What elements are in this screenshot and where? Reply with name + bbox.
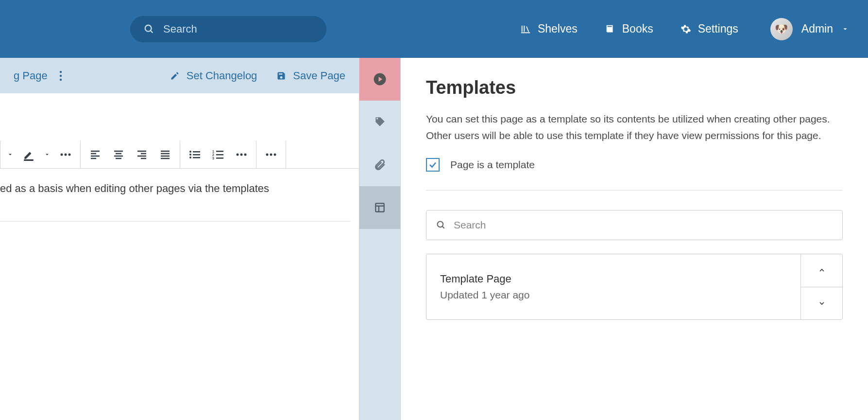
search-icon <box>144 24 154 35</box>
svg-rect-35 <box>193 157 200 158</box>
svg-text:3: 3 <box>212 157 214 160</box>
save-page-button[interactable]: Save Page <box>276 70 345 82</box>
page-is-template-checkbox[interactable] <box>426 158 440 172</box>
svg-point-32 <box>189 157 191 158</box>
highlight-dropdown[interactable] <box>40 140 54 168</box>
align-right-button[interactable] <box>130 140 153 168</box>
dropdown-arrow[interactable] <box>3 140 17 168</box>
panel-description: You can set this page as a template so i… <box>426 111 843 143</box>
templates-panel: Templates You can set this page as a tem… <box>401 58 868 420</box>
svg-point-7 <box>60 70 62 72</box>
nav-settings[interactable]: Settings <box>681 22 738 35</box>
more-list-button[interactable] <box>230 140 253 168</box>
chevron-up-icon <box>818 266 826 274</box>
more-vert-icon[interactable] <box>59 70 62 81</box>
side-tabs <box>359 58 401 420</box>
svg-rect-34 <box>193 154 200 156</box>
svg-point-31 <box>189 154 191 156</box>
side-tab-templates[interactable] <box>359 186 400 229</box>
align-left-button[interactable] <box>84 140 107 168</box>
svg-rect-39 <box>216 151 223 152</box>
template-move-down[interactable] <box>801 287 842 320</box>
template-name: Template Page <box>440 273 787 285</box>
pencil-icon <box>170 71 180 81</box>
svg-point-52 <box>438 222 443 228</box>
svg-rect-6 <box>607 26 612 27</box>
nav-shelves[interactable]: Shelves <box>520 22 578 35</box>
shelves-icon <box>520 24 531 35</box>
user-menu[interactable]: Admin <box>770 18 849 40</box>
templates-icon <box>374 201 386 214</box>
more-format-button[interactable] <box>54 140 77 168</box>
editor-content-text: ed as a basis when editing other pages v… <box>0 182 350 222</box>
global-search-input[interactable] <box>163 23 313 35</box>
nav-settings-label: Settings <box>698 22 738 35</box>
search-icon <box>436 220 446 230</box>
numbered-list-button[interactable]: 123 <box>206 140 230 168</box>
more-tools-button[interactable] <box>259 140 283 168</box>
template-card-main[interactable]: Template Page Updated 1 year ago <box>426 254 800 319</box>
svg-point-12 <box>65 153 67 156</box>
paperclip-icon <box>374 158 386 171</box>
svg-point-46 <box>270 153 272 156</box>
bullet-list-button[interactable] <box>183 140 206 168</box>
side-tab-attachments[interactable] <box>359 143 400 186</box>
svg-point-0 <box>145 25 152 31</box>
svg-rect-41 <box>216 158 223 159</box>
highlight-button[interactable] <box>17 140 40 168</box>
svg-point-13 <box>68 153 71 156</box>
page-is-template-row: Page is a template <box>426 158 843 172</box>
align-justify-button[interactable] <box>153 140 177 168</box>
svg-rect-40 <box>216 154 223 156</box>
page-is-template-label: Page is a template <box>450 159 535 171</box>
gear-icon <box>681 24 691 35</box>
svg-rect-10 <box>24 159 34 160</box>
svg-point-11 <box>61 153 63 156</box>
app-header: Shelves Books Settings Admin <box>0 0 868 58</box>
svg-line-1 <box>151 30 153 33</box>
tag-icon <box>374 116 386 128</box>
nav-books-label: Books <box>622 22 653 35</box>
template-arrows <box>800 254 842 319</box>
svg-point-44 <box>244 153 247 156</box>
svg-point-9 <box>60 78 62 80</box>
template-updated: Updated 1 year ago <box>440 289 787 301</box>
side-tab-tags[interactable] <box>359 101 400 143</box>
chevron-down-icon <box>842 26 849 33</box>
svg-rect-33 <box>193 151 200 153</box>
header-nav: Shelves Books Settings Admin <box>520 18 849 40</box>
panel-title: Templates <box>426 77 843 98</box>
svg-line-53 <box>443 227 444 228</box>
side-tab-play[interactable] <box>359 58 400 101</box>
template-search[interactable] <box>426 210 843 240</box>
svg-line-4 <box>527 26 529 32</box>
svg-rect-49 <box>375 203 384 211</box>
align-center-button[interactable] <box>107 140 130 168</box>
svg-point-30 <box>189 151 191 153</box>
editor-action-bar: g Page Set Changelog Save Page <box>0 58 359 93</box>
global-search[interactable] <box>130 16 326 42</box>
svg-text:2: 2 <box>212 153 214 157</box>
svg-point-8 <box>60 74 62 76</box>
template-search-input[interactable] <box>454 219 833 231</box>
template-card[interactable]: Template Page Updated 1 year ago <box>426 254 843 320</box>
svg-point-47 <box>274 153 276 156</box>
global-search-wrap <box>130 16 326 42</box>
template-move-up[interactable] <box>801 254 842 287</box>
save-icon <box>276 71 286 81</box>
editor-toolbar: 123 <box>0 140 359 169</box>
avatar <box>770 18 793 40</box>
editor-column: g Page Set Changelog Save Page <box>0 58 359 420</box>
svg-point-43 <box>240 153 243 156</box>
panel-divider <box>426 190 843 191</box>
book-icon <box>605 24 615 35</box>
chevron-down-icon <box>818 299 826 307</box>
nav-books[interactable]: Books <box>605 22 653 35</box>
set-changelog-button[interactable]: Set Changelog <box>170 70 257 82</box>
nav-shelves-label: Shelves <box>538 22 578 35</box>
user-name: Admin <box>801 22 833 35</box>
svg-point-45 <box>266 153 269 156</box>
editor-body[interactable]: ed as a basis when editing other pages v… <box>0 169 359 222</box>
svg-text:1: 1 <box>212 150 214 153</box>
content-row: g Page Set Changelog Save Page <box>0 58 868 420</box>
